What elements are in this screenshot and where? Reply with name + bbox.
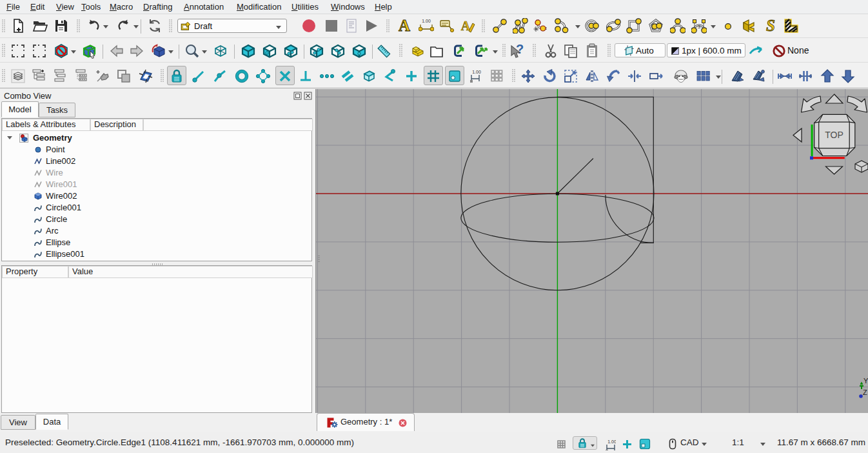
svg-text:3: 3 [698, 24, 701, 30]
svg-text:Z: Z [863, 388, 867, 396]
svg-text:A: A [399, 18, 410, 34]
svg-text:1.00: 1.00 [422, 19, 431, 23]
svg-text:Y: Y [863, 377, 868, 385]
svg-text:1.00: 1.00 [607, 439, 616, 444]
svg-text:S: S [766, 18, 775, 34]
svg-text:TOP: TOP [825, 130, 843, 140]
svg-text:1.00: 1.00 [472, 70, 481, 74]
